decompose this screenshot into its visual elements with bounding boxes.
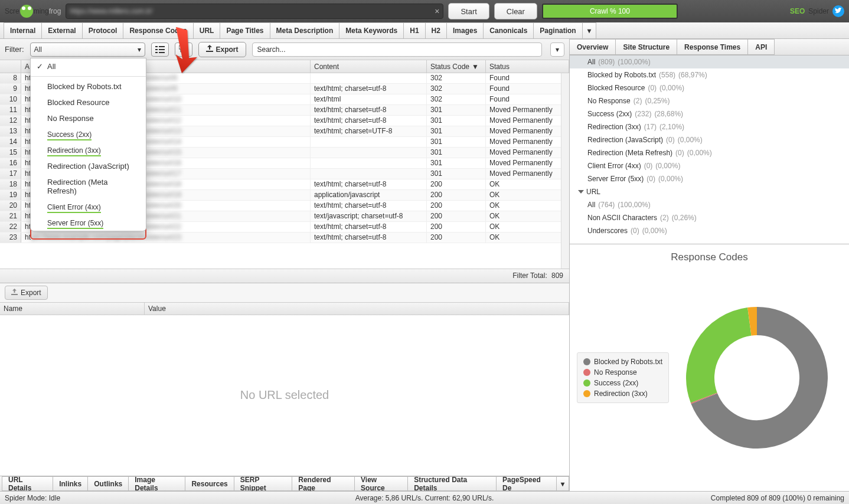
bottom-tab[interactable]: View Source xyxy=(354,476,408,491)
twitter-icon[interactable] xyxy=(832,5,844,17)
logo-text-post: ming xyxy=(34,7,49,15)
list-view-button[interactable] xyxy=(151,42,169,57)
filter-total-label: Filter Total: xyxy=(512,271,547,280)
scrollbar[interactable] xyxy=(561,73,569,269)
tab-images[interactable]: Images xyxy=(446,22,484,38)
right-tab[interactable]: API xyxy=(747,39,775,55)
overview-item[interactable]: Underscores (0) (0,00%) xyxy=(570,224,849,237)
crawl-progress: Crawl % 100 xyxy=(542,4,678,19)
bottom-tab[interactable]: SERP Snippet xyxy=(234,476,292,491)
legend-item: Blocked by Robots.txt xyxy=(583,356,662,367)
spider-label: Spider xyxy=(808,7,829,15)
url-input[interactable]: https://www.millero.com.tr/ × xyxy=(66,4,443,19)
chart-area: Response Codes Blocked by Robots.txtNo R… xyxy=(570,244,849,491)
filter-option[interactable]: Redirection (3xx) xyxy=(31,142,146,158)
lower-export-label: Export xyxy=(21,289,41,297)
bottom-tab[interactable]: Rendered Page xyxy=(292,476,355,491)
seo-spider-label: SEO Spider xyxy=(790,5,844,17)
table-row[interactable]: 23 https://www.example.com/page/placehol… xyxy=(0,233,569,243)
overview-item[interactable]: Success (2xx) (232) (28,68%) xyxy=(570,107,849,120)
filter-selected-value: All xyxy=(34,45,42,54)
overview-item[interactable]: No Response (2) (0,25%) xyxy=(570,94,849,107)
tab-meta-description[interactable]: Meta Description xyxy=(270,22,340,38)
filter-dropdown: AllBlocked by Robots.txtBlocked Resource… xyxy=(30,58,146,231)
filter-option[interactable]: All xyxy=(31,58,146,74)
lower-panel: Export Name Value No URL selected URL De… xyxy=(0,283,569,492)
filter-option[interactable]: Success (2xx) xyxy=(31,126,146,142)
overview-item[interactable]: Client Error (4xx) (0) (0,00%) xyxy=(570,159,849,172)
legend-item: Redirection (3xx) xyxy=(583,388,662,399)
svg-rect-5 xyxy=(159,52,165,53)
bottom-tab[interactable]: Image Details xyxy=(128,476,185,491)
filter-option[interactable]: Blocked by Robots.txt xyxy=(31,78,146,94)
filter-option[interactable]: Redirection (JavaScript) xyxy=(31,158,146,174)
th-rownum[interactable] xyxy=(0,60,21,73)
clear-button[interactable]: Clear xyxy=(494,3,537,19)
overview-item[interactable]: All (809) (100,00%) xyxy=(570,55,849,68)
svg-rect-0 xyxy=(155,46,158,47)
filter-select[interactable]: All ▾ xyxy=(30,42,145,57)
overview-item[interactable]: Server Error (5xx) (0) (0,00%) xyxy=(570,172,849,185)
tree-view-button[interactable] xyxy=(175,42,192,57)
logo-text-tail: frog xyxy=(49,7,61,15)
overview-item[interactable]: Non ASCII Characters (2) (0,26%) xyxy=(570,211,849,224)
tab-protocol[interactable]: Protocol xyxy=(82,22,124,38)
tab-external[interactable]: External xyxy=(41,22,82,38)
lh-name[interactable]: Name xyxy=(0,303,145,315)
th-status-code[interactable]: Status Code▼ xyxy=(427,60,486,73)
tab-page-titles[interactable]: Page Titles xyxy=(220,22,270,38)
top-bar: Scre ming frog https://www.millero.com.t… xyxy=(0,0,849,22)
tab-internal[interactable]: Internal xyxy=(4,22,42,38)
filter-option[interactable]: Server Error (5xx) xyxy=(31,215,146,231)
bottom-tab[interactable]: Inlinks xyxy=(53,476,88,491)
bottom-tab[interactable]: URL Details xyxy=(2,476,53,491)
seo-label: SEO xyxy=(790,7,805,15)
bottom-tab[interactable]: PageSpeed De xyxy=(496,476,557,491)
right-tab[interactable]: Response Times xyxy=(677,39,748,55)
tab-canonicals[interactable]: Canonicals xyxy=(483,22,534,38)
bottom-tab[interactable]: Outlinks xyxy=(87,476,129,491)
tab-response-codes[interactable]: Response Codes xyxy=(123,22,193,38)
overview-item[interactable]: All (764) (100,00%) xyxy=(570,198,849,211)
overview-item[interactable]: Redirection (3xx) (17) (2,10%) xyxy=(570,120,849,133)
bottom-tab[interactable]: Structured Data Details xyxy=(407,476,497,491)
filter-option[interactable]: No Response xyxy=(31,110,146,126)
tab-meta-keywords[interactable]: Meta Keywords xyxy=(339,22,404,38)
overview-panel[interactable]: All (809) (100,00%)Blocked by Robots.txt… xyxy=(570,55,849,244)
filter-bar: Filter: All ▾ Export Search... ▾ xyxy=(0,39,569,60)
filter-option[interactable]: Blocked Resource xyxy=(31,94,146,110)
tab-more[interactable]: ▾ xyxy=(582,22,596,38)
filter-option[interactable]: Client Error (4xx) xyxy=(31,199,146,215)
start-button[interactable]: Start xyxy=(448,3,489,19)
lower-export-button[interactable]: Export xyxy=(5,286,48,300)
upload-icon xyxy=(206,45,213,54)
status-bar: Spider Mode: Idle Average: 5,86 URL/s. C… xyxy=(0,491,849,504)
search-input[interactable]: Search... xyxy=(252,42,542,57)
left-panel: Filter: All ▾ Export Search... ▾ xyxy=(0,39,570,491)
logo-frog-icon xyxy=(19,5,34,18)
overview-item[interactable]: Blocked Resource (0) (0,00%) xyxy=(570,81,849,94)
overview-item[interactable]: Redirection (JavaScript) (0) (0,00%) xyxy=(570,133,849,146)
svg-rect-6 xyxy=(179,45,182,49)
chevron-down-icon: ▾ xyxy=(138,45,141,54)
url-clear-icon[interactable]: × xyxy=(435,6,439,16)
th-status[interactable]: Status xyxy=(486,60,569,73)
overview-item[interactable]: Blocked by Robots.txt (558) (68,97%) xyxy=(570,68,849,81)
filter-option[interactable]: Redirection (Meta Refresh) xyxy=(31,174,146,199)
legend-item: No Response xyxy=(583,367,662,378)
search-options-button[interactable]: ▾ xyxy=(550,42,564,57)
bottom-tab-more[interactable]: ▾ xyxy=(556,476,569,491)
tab-pagination[interactable]: Pagination xyxy=(533,22,582,38)
right-tab[interactable]: Site Structure xyxy=(615,39,677,55)
overview-item[interactable]: Redirection (Meta Refresh) (0) (0,00%) xyxy=(570,146,849,159)
tab-url[interactable]: URL xyxy=(193,22,221,38)
overview-section-url[interactable]: URL xyxy=(570,185,849,198)
right-tab[interactable]: Overview xyxy=(569,39,616,55)
filter-total-value: 809 xyxy=(551,271,563,280)
bottom-tab[interactable]: Resources xyxy=(185,476,234,491)
tab-h1[interactable]: H1 xyxy=(403,22,425,38)
export-button[interactable]: Export xyxy=(198,42,246,57)
tab-h2[interactable]: H2 xyxy=(425,22,447,38)
th-content[interactable]: Content xyxy=(311,60,427,73)
lh-value[interactable]: Value xyxy=(145,303,569,315)
